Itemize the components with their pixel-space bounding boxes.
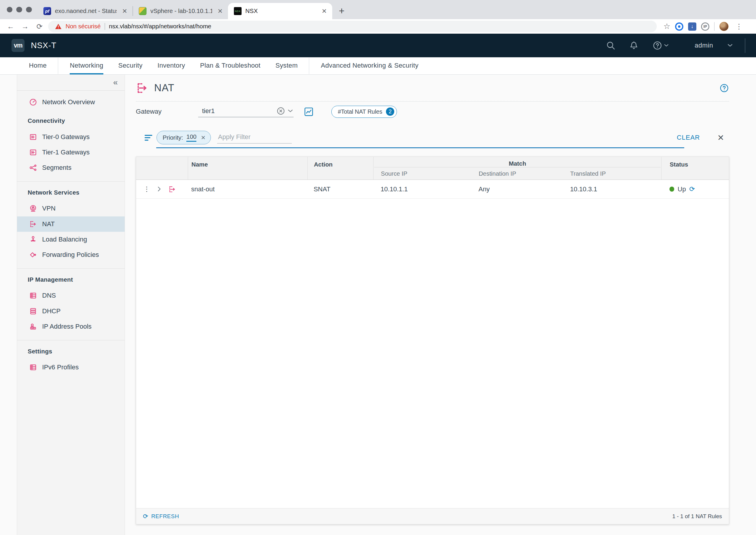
sidebar-section-connectivity: Connectivity xyxy=(17,110,125,129)
sidebar-item-label: Forwarding Policies xyxy=(42,251,99,259)
nav-home[interactable]: Home xyxy=(29,57,47,74)
row-status-refresh-icon[interactable]: ⟳ xyxy=(689,186,695,192)
total-nat-rules-pill[interactable]: #Total NAT Rules 2 xyxy=(331,106,397,118)
user-chevron-down-icon[interactable] xyxy=(728,44,732,47)
gateway-select[interactable]: tier1 xyxy=(198,106,294,118)
tab-close-icon[interactable]: ✕ xyxy=(320,7,328,15)
priority-filter-chip[interactable]: Priority: 100 ✕ xyxy=(156,131,211,144)
nav-networking[interactable]: Networking xyxy=(70,57,103,74)
sidebar-collapse-icon[interactable]: « xyxy=(113,78,118,87)
nav-system[interactable]: System xyxy=(275,57,298,74)
new-tab-button[interactable]: + xyxy=(332,5,351,19)
vmware-logo: vm xyxy=(12,39,24,52)
column-header-status[interactable]: Status xyxy=(661,157,729,180)
sidebar-item-segments[interactable]: Segments xyxy=(17,160,125,175)
sidebar-item-dhcp[interactable]: DHCP xyxy=(17,303,125,319)
help-menu[interactable] xyxy=(646,41,675,50)
search-icon[interactable] xyxy=(599,41,622,50)
download-extension-icon[interactable]: ↓ xyxy=(688,22,696,31)
sidebar-item-ipv6-profiles[interactable]: IPv6 Profiles xyxy=(17,360,125,375)
row-expand-chevron-icon[interactable] xyxy=(157,186,161,191)
column-group-match: Match Source IP Destination IP Translate… xyxy=(373,157,661,180)
sidebar-item-dns[interactable]: DNS xyxy=(17,288,125,303)
sidebar-item-label: Network Overview xyxy=(42,98,95,106)
url-text[interactable]: nsx.vlab/nsx/#/app/networks/nat/home xyxy=(109,23,211,30)
total-nat-rules-label: #Total NAT Rules xyxy=(338,108,382,115)
filter-icon[interactable] xyxy=(144,134,153,141)
nat-page-icon xyxy=(136,82,148,94)
refresh-button[interactable]: ⟳ REFRESH xyxy=(143,513,179,520)
clear-filter-button[interactable]: CLEAR xyxy=(677,134,700,141)
cell-destination-ip: Any xyxy=(477,185,569,193)
column-header-translated-ip[interactable]: Translated IP xyxy=(569,170,661,177)
cell-source-ip: 10.10.1.1 xyxy=(373,185,477,193)
sidebar-item-label: VPN xyxy=(42,205,56,212)
sidebar-item-label: NAT xyxy=(42,220,55,228)
content-area: « Network Overview Connectivity Tier-0 G… xyxy=(0,75,756,535)
nav-plan-troubleshoot[interactable]: Plan & Troubleshoot xyxy=(200,57,261,74)
column-header-name[interactable]: Name xyxy=(188,157,307,180)
browser-extensions-area: ☆ ↓ IP ⋮ xyxy=(659,22,745,31)
window-minimize-button[interactable] xyxy=(16,7,22,13)
row-menu-icon[interactable]: ⋮ xyxy=(144,185,150,193)
sidebar-section-ip-management: IP Management xyxy=(17,269,125,288)
forward-icon[interactable]: → xyxy=(19,22,31,31)
gateway-selected-value: tier1 xyxy=(202,107,277,115)
sidebar-item-network-overview[interactable]: Network Overview xyxy=(17,95,125,110)
bookmark-star-icon[interactable]: ☆ xyxy=(663,22,670,31)
column-header-match[interactable]: Match xyxy=(374,157,660,167)
sidebar-item-tier1-gateways[interactable]: Tier-1 Gateways xyxy=(17,145,125,160)
column-header-action[interactable]: Action xyxy=(307,157,374,180)
nsx-favicon: NSX xyxy=(234,7,241,15)
window-close-button[interactable] xyxy=(7,7,13,13)
omnibox-separator xyxy=(104,23,105,30)
browser-profile-avatar[interactable] xyxy=(719,22,729,31)
column-header-destination-ip[interactable]: Destination IP xyxy=(477,170,569,177)
ip-lookup-extension-icon[interactable]: IP xyxy=(701,22,709,31)
cell-name[interactable]: snat-out xyxy=(188,185,307,193)
browser-tab-vsphere[interactable]: vSphere - lab-10.10.1.1 - Summar ✕ xyxy=(133,3,228,19)
pagination-count: 1 - 1 of 1 NAT Rules xyxy=(672,513,722,520)
cell-translated-ip: 10.10.3.1 xyxy=(569,185,661,193)
nav-advanced-networking[interactable]: Advanced Networking & Security xyxy=(321,57,418,74)
not-secure-label[interactable]: Non sécurisé xyxy=(66,23,101,30)
nav-security[interactable]: Security xyxy=(118,57,142,74)
filter-chip-value[interactable]: 100 xyxy=(186,133,196,142)
browser-tab-pfsense[interactable]: pf exo.naoned.net - Status: Dashbo ✕ xyxy=(38,3,133,19)
gateway-chevron-down-icon[interactable] xyxy=(288,110,293,112)
main-nav: Home Networking Security Inventory Plan … xyxy=(0,57,756,75)
reload-icon[interactable]: ⟳ xyxy=(34,22,45,31)
ipv6-profiles-icon xyxy=(29,363,37,371)
close-filter-icon[interactable]: ✕ xyxy=(717,133,724,143)
tab-close-icon[interactable]: ✕ xyxy=(216,7,224,15)
notifications-bell-icon[interactable] xyxy=(622,41,645,50)
table-footer: ⟳ REFRESH 1 - 1 of 1 NAT Rules xyxy=(136,508,729,524)
nav-inventory[interactable]: Inventory xyxy=(157,57,185,74)
browser-tab-nsx-active[interactable]: NSX NSX ✕ xyxy=(228,3,332,19)
table-row[interactable]: ⋮ snat-out SNAT 10.10.1.1 Any 10.10.3.1 … xyxy=(136,180,729,199)
nat-rule-icon xyxy=(168,185,176,193)
page-help-icon[interactable] xyxy=(719,83,729,93)
back-icon[interactable]: ← xyxy=(5,22,16,31)
tab-close-icon[interactable]: ✕ xyxy=(121,7,129,15)
gateway-stats-chart-icon[interactable] xyxy=(304,107,313,116)
sidebar-item-tier0-gateways[interactable]: Tier-0 Gateways xyxy=(17,129,125,145)
window-controls[interactable] xyxy=(5,0,38,19)
sidebar-item-load-balancing[interactable]: Load Balancing xyxy=(17,232,125,247)
onepassword-extension-icon[interactable] xyxy=(675,22,683,31)
sidebar-collapse-row: « xyxy=(17,75,125,91)
filter-chip-remove-icon[interactable]: ✕ xyxy=(200,134,206,141)
column-header-source-ip[interactable]: Source IP xyxy=(374,170,477,177)
tab-title: exo.naoned.net - Status: Dashbo xyxy=(55,8,117,14)
user-menu-label[interactable]: admin xyxy=(675,42,728,49)
sidebar-item-nat[interactable]: NAT xyxy=(17,216,125,232)
sidebar-item-forwarding-policies[interactable]: Forwarding Policies xyxy=(17,247,125,263)
apply-filter-input[interactable]: Apply Filter xyxy=(217,132,292,144)
url-omnibox[interactable]: Non sécurisé nsx.vlab/nsx/#/app/networks… xyxy=(48,21,657,32)
clear-selection-icon[interactable] xyxy=(277,107,285,115)
window-zoom-button[interactable] xyxy=(26,7,32,13)
sidebar-item-ip-address-pools[interactable]: IP Address Pools xyxy=(17,319,125,334)
browser-menu-icon[interactable]: ⋮ xyxy=(734,22,745,31)
sidebar-item-vpn[interactable]: VPN xyxy=(17,201,125,216)
tier0-gateway-icon xyxy=(29,133,37,141)
